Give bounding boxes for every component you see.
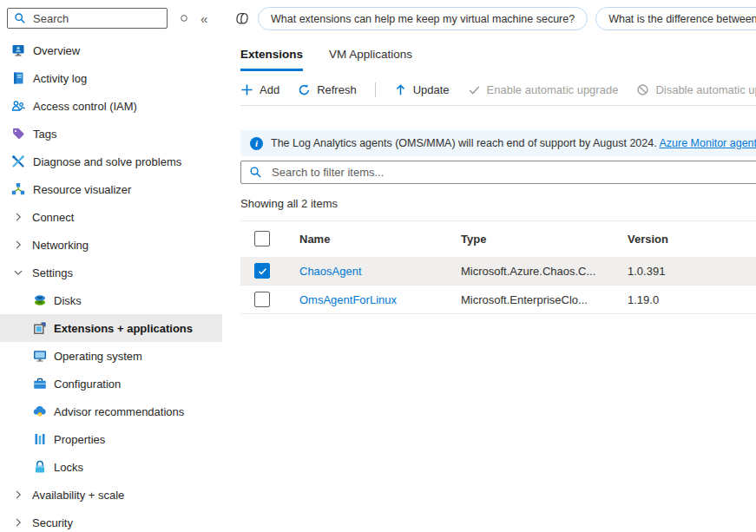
tab-bar: Extensions VM Applications <box>222 48 756 71</box>
row-checkbox[interactable] <box>254 263 270 279</box>
sidebar-item-connect[interactable]: Connect <box>0 203 222 231</box>
sidebar-item-label: Locks <box>54 461 83 474</box>
sidebar-item-label: Properties <box>54 433 105 446</box>
search-icon <box>249 166 262 179</box>
copilot-icon[interactable] <box>235 11 250 26</box>
chevron-down-icon <box>13 267 23 278</box>
overview-icon <box>11 43 25 57</box>
chip-label: What extensions can help me keep my virt… <box>271 13 575 25</box>
tag-icon <box>11 127 25 141</box>
sidebar-item-label: Diagnose and solve problems <box>33 155 181 168</box>
menu-options-icon[interactable] <box>180 14 188 23</box>
enable-automatic-upgrade-button[interactable]: Enable automatic upgrade <box>468 83 619 96</box>
copilot-suggestion-chip[interactable]: What is the difference between VM a <box>595 7 756 30</box>
extension-name-link[interactable]: OmsAgentForLinux <box>299 293 397 306</box>
advisor-icon <box>33 404 47 418</box>
sidebar-item-resource-visualizer[interactable]: Resource visualizer <box>0 175 222 203</box>
sidebar-item-label: Connect <box>32 211 74 224</box>
sidebar-search-input[interactable] <box>31 11 161 26</box>
chevron-right-icon <box>13 517 23 528</box>
tab-vm-applications[interactable]: VM Applications <box>329 48 412 71</box>
sidebar-item-configuration[interactable]: Configuration <box>0 370 222 397</box>
sidebar-item-advisor-recommendations[interactable]: Advisor recommendations <box>0 397 222 425</box>
sidebar-item-label: Advisor recommendations <box>54 405 184 418</box>
filter-searchbox[interactable] <box>240 161 756 184</box>
sidebar-item-label: Security <box>32 516 73 529</box>
sidebar-item-label: Configuration <box>54 378 121 391</box>
disable-automatic-upgrade-label: Disable automatic upg <box>655 83 756 96</box>
filter-input[interactable] <box>270 165 756 180</box>
sidebar-item-tags[interactable]: Tags <box>0 120 222 148</box>
sidebar-item-settings[interactable]: Settings <box>0 259 222 286</box>
sidebar-item-access-control[interactable]: Access control (IAM) <box>0 92 222 120</box>
access-control-icon <box>11 99 25 113</box>
configuration-icon <box>33 377 47 391</box>
sidebar-item-diagnose[interactable]: Diagnose and solve problems <box>0 148 222 175</box>
arrow-up-icon <box>394 83 407 96</box>
sidebar-item-networking[interactable]: Networking <box>0 231 222 259</box>
sidebar-item-operating-system[interactable]: Operating system <box>0 342 222 370</box>
table-row[interactable]: ChaosAgent Microsoft.Azure.Chaos.C... 1.… <box>240 257 756 286</box>
resource-menu: « Overview Activity log Access control (… <box>0 0 222 532</box>
toolbar-separator <box>375 82 376 97</box>
copilot-suggestion-chip[interactable]: What extensions can help me keep my virt… <box>258 7 588 30</box>
operating-system-icon <box>33 349 47 363</box>
sidebar-nav: Overview Activity log Access control (IA… <box>0 36 222 532</box>
sidebar-item-label: Settings <box>32 266 73 279</box>
chevron-right-icon <box>13 212 23 222</box>
enable-automatic-upgrade-label: Enable automatic upgrade <box>487 83 619 96</box>
banner-text-before: The Log Analytics agents (OMS/MMA) will … <box>271 137 657 149</box>
disks-icon <box>33 293 47 307</box>
extensions-table: Name Type Version ChaosAgent Microsoft.A… <box>240 220 756 314</box>
column-header-version[interactable]: Version <box>628 233 756 246</box>
sidebar-item-properties[interactable]: Properties <box>0 425 222 453</box>
sidebar-item-activity-log[interactable]: Activity log <box>0 64 222 92</box>
chevron-right-icon <box>13 489 23 500</box>
sidebar-item-label: Operating system <box>54 350 142 363</box>
info-banner: i The Log Analytics agents (OMS/MMA) wil… <box>240 130 756 156</box>
table-header-row: Name Type Version <box>240 220 756 257</box>
resource-visualizer-icon <box>11 182 25 196</box>
extension-type: Microsoft.Azure.Chaos.C... <box>461 265 628 278</box>
sidebar-item-extensions-applications[interactable]: Extensions + applications <box>0 314 222 342</box>
sidebar-searchbox[interactable] <box>7 8 168 29</box>
refresh-icon <box>298 83 311 96</box>
sidebar-item-label: Networking <box>32 239 89 252</box>
sidebar-item-label: Extensions + applications <box>54 322 193 335</box>
tab-extensions[interactable]: Extensions <box>240 48 303 71</box>
sidebar-item-label: Resource visualizer <box>33 183 131 196</box>
chip-label: What is the difference between VM a <box>608 13 756 25</box>
azure-monitor-agent-link[interactable]: Azure Monitor agent <box>659 137 756 149</box>
table-row[interactable]: OmsAgentForLinux Microsoft.EnterpriseClo… <box>240 286 756 314</box>
sidebar-item-disks[interactable]: Disks <box>0 286 222 314</box>
extension-version: 1.0.391 <box>628 265 756 278</box>
banner-text: The Log Analytics agents (OMS/MMA) will … <box>271 137 756 149</box>
extension-type: Microsoft.EnterpriseClo... <box>461 293 628 306</box>
select-all-checkbox[interactable] <box>254 231 270 246</box>
sidebar-item-overview[interactable]: Overview <box>0 36 222 64</box>
row-checkbox[interactable] <box>254 292 270 307</box>
blocked-icon <box>636 83 649 96</box>
extensions-icon <box>33 321 47 335</box>
sidebar-item-label: Overview <box>33 44 80 57</box>
sidebar-item-locks[interactable]: Locks <box>0 453 222 481</box>
column-header-name[interactable]: Name <box>286 233 461 246</box>
collapse-sidebar-icon[interactable]: « <box>201 12 207 25</box>
lock-icon <box>33 460 47 474</box>
search-icon <box>14 12 26 24</box>
sidebar-item-label: Activity log <box>33 72 87 85</box>
column-header-type[interactable]: Type <box>461 233 628 246</box>
toolbar-divider <box>240 105 756 106</box>
update-label: Update <box>413 83 450 96</box>
sidebar-search-row: « <box>0 7 222 30</box>
disable-automatic-upgrade-button[interactable]: Disable automatic upg <box>636 83 756 96</box>
extensions-pane: What extensions can help me keep my virt… <box>222 0 756 532</box>
update-button[interactable]: Update <box>394 83 450 96</box>
sidebar-item-availability-scale[interactable]: Availability + scale <box>0 481 222 509</box>
refresh-button[interactable]: Refresh <box>298 83 357 96</box>
extension-name-link[interactable]: ChaosAgent <box>299 265 362 278</box>
sidebar-item-label: Disks <box>54 294 82 307</box>
info-icon: i <box>250 137 263 150</box>
add-button[interactable]: Add <box>240 83 279 96</box>
sidebar-item-security[interactable]: Security <box>0 509 222 532</box>
